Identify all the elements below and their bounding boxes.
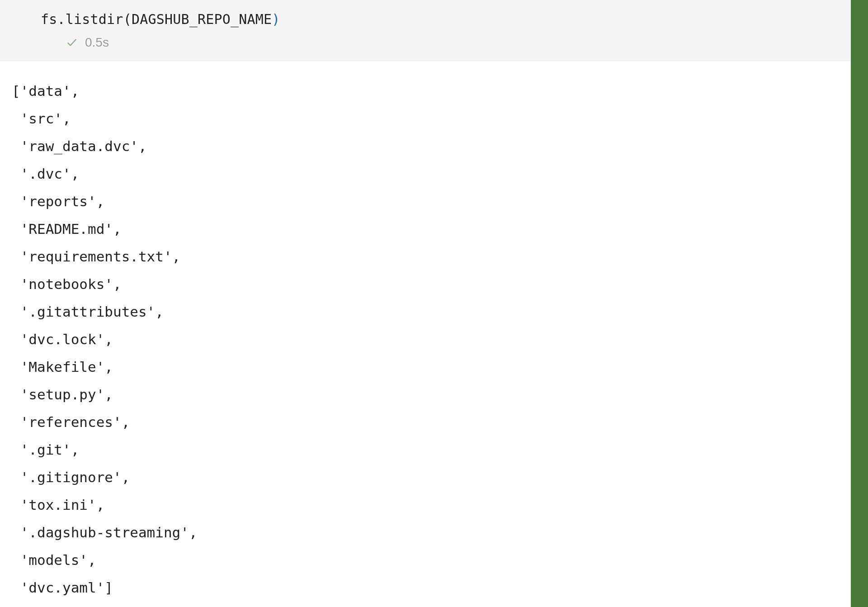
code-line: fs.listdir(DAGSHUB_REPO_NAME) — [41, 11, 851, 28]
execution-status-row: 0.5s — [41, 28, 851, 50]
output-text: ['data', 'src', 'raw_data.dvc', '.dvc', … — [12, 77, 851, 602]
code-output-cell[interactable]: ['data', 'src', 'raw_data.dvc', '.dvc', … — [0, 61, 851, 602]
check-icon — [66, 37, 78, 48]
notebook-cell-area: fs.listdir(DAGSHUB_REPO_NAME) 0.5s ['dat… — [0, 0, 851, 607]
code-method: listdir — [66, 11, 123, 27]
scrollbar-right[interactable] — [851, 0, 868, 607]
code-dot: . — [57, 11, 66, 27]
code-paren-close: ) — [272, 11, 280, 27]
code-object: fs — [41, 11, 57, 27]
execution-duration: 0.5s — [85, 35, 109, 50]
code-input-cell[interactable]: fs.listdir(DAGSHUB_REPO_NAME) 0.5s — [0, 0, 851, 61]
code-argument: DAGSHUB_REPO_NAME — [132, 11, 272, 27]
code-paren-open: ( — [123, 11, 132, 27]
notebook-stage: fs.listdir(DAGSHUB_REPO_NAME) 0.5s ['dat… — [0, 0, 868, 607]
